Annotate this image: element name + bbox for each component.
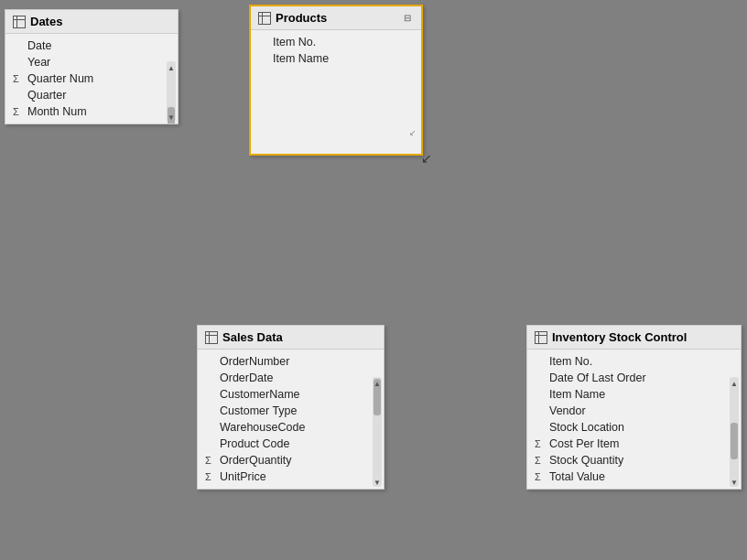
field-label: OrderQuantity <box>220 454 292 467</box>
sales-data-table-body: OrderNumber OrderDate CustomerName Custo… <box>198 350 384 489</box>
list-item[interactable]: Date Of Last Order <box>527 370 728 386</box>
scroll-up-arrow[interactable]: ▲ <box>730 379 739 388</box>
table-icon <box>13 16 26 28</box>
list-item[interactable]: Customer Type <box>198 403 371 419</box>
list-item[interactable]: OrderNumber <box>198 353 371 370</box>
list-item[interactable]: Date <box>5 38 165 54</box>
list-item[interactable]: Year <box>5 54 165 70</box>
list-item[interactable]: Stock Location <box>527 419 728 436</box>
field-label: Product Code <box>220 437 289 450</box>
products-table-title: Products <box>276 11 327 25</box>
field-label: Stock Quantity <box>549 454 623 467</box>
list-item[interactable]: Quarter <box>5 87 165 103</box>
list-item[interactable]: Item No. <box>251 34 421 50</box>
dates-table[interactable]: Dates Date Year Quarter Num Quarter Mont… <box>5 9 179 124</box>
products-table[interactable]: Products ⊟ Item No. Item Name ↙ <box>249 5 423 156</box>
field-label: Vendor <box>549 404 586 417</box>
field-label: Quarter Num <box>27 72 93 85</box>
list-item[interactable]: OrderDate <box>198 370 371 386</box>
list-item[interactable]: Total Value <box>527 468 728 485</box>
field-label: OrderNumber <box>220 355 289 368</box>
header-icons: ⊟ <box>401 12 414 25</box>
products-table-header: Products ⊟ <box>251 6 421 30</box>
sales-data-table-header: Sales Data <box>198 326 384 350</box>
field-label: Stock Location <box>549 421 624 434</box>
field-label: Month Num <box>27 105 87 118</box>
scroll-up-arrow[interactable]: ▲ <box>167 63 176 72</box>
table-icon <box>258 12 271 25</box>
resize-handle[interactable]: ↙ <box>409 128 418 137</box>
field-label: UnitPrice <box>220 470 266 483</box>
inventory-table[interactable]: Inventory Stock Control Item No. Date Of… <box>526 325 742 490</box>
sales-data-table[interactable]: Sales Data OrderNumber OrderDate Custome… <box>197 325 384 490</box>
field-label: WarehouseCode <box>220 421 305 434</box>
scroll-down-arrow[interactable]: ▼ <box>730 478 739 487</box>
collapse-button[interactable]: ⊟ <box>401 12 414 25</box>
list-item[interactable]: Cost Per Item <box>527 436 728 452</box>
field-label: Quarter <box>27 89 66 102</box>
scroll-down-arrow[interactable]: ▼ <box>373 478 382 487</box>
scroll-up-arrow[interactable]: ▲ <box>373 379 382 388</box>
list-item[interactable]: Month Num <box>5 103 165 120</box>
field-label: Item Name <box>273 52 329 65</box>
field-label: Cost Per Item <box>549 437 619 450</box>
field-label: Customer Type <box>220 404 298 417</box>
field-label: Item No. <box>549 355 592 368</box>
scroll-down-arrow[interactable]: ▼ <box>167 113 176 122</box>
list-item[interactable]: CustomerName <box>198 386 371 403</box>
dates-table-header: Dates <box>5 10 178 34</box>
field-label: Date <box>27 39 51 52</box>
field-label: Item No. <box>273 36 316 48</box>
dates-table-body: Date Year Quarter Num Quarter Month Num … <box>5 34 178 124</box>
field-label: OrderDate <box>220 372 273 384</box>
list-item[interactable]: Item No. <box>527 353 728 370</box>
list-item[interactable]: WarehouseCode <box>198 419 371 436</box>
table-icon <box>205 331 218 344</box>
list-item[interactable]: Quarter Num <box>5 70 165 87</box>
list-item[interactable]: OrderQuantity <box>198 452 371 468</box>
list-item[interactable]: Vendor <box>527 403 728 419</box>
dates-table-title: Dates <box>30 15 62 28</box>
list-item[interactable]: Stock Quantity <box>527 452 728 468</box>
list-item[interactable]: Item Name <box>527 386 728 403</box>
field-label: Date Of Last Order <box>549 372 646 384</box>
list-item[interactable]: Product Code <box>198 436 371 452</box>
field-label: CustomerName <box>220 388 300 401</box>
table-icon <box>535 331 547 344</box>
products-table-body: Item No. Item Name ↙ <box>251 30 421 140</box>
inventory-table-body: Item No. Date Of Last Order Item Name Ve… <box>527 350 741 489</box>
field-label: Item Name <box>549 388 605 401</box>
scrollbar[interactable] <box>730 377 739 487</box>
sales-data-table-title: Sales Data <box>222 330 283 344</box>
field-label: Year <box>27 56 50 69</box>
field-label: Total Value <box>549 470 605 483</box>
scrollbar[interactable] <box>373 377 382 487</box>
list-item[interactable]: UnitPrice <box>198 468 371 485</box>
list-item[interactable]: Item Name <box>251 50 421 67</box>
inventory-table-title: Inventory Stock Control <box>552 330 687 344</box>
inventory-table-header: Inventory Stock Control <box>527 326 741 350</box>
